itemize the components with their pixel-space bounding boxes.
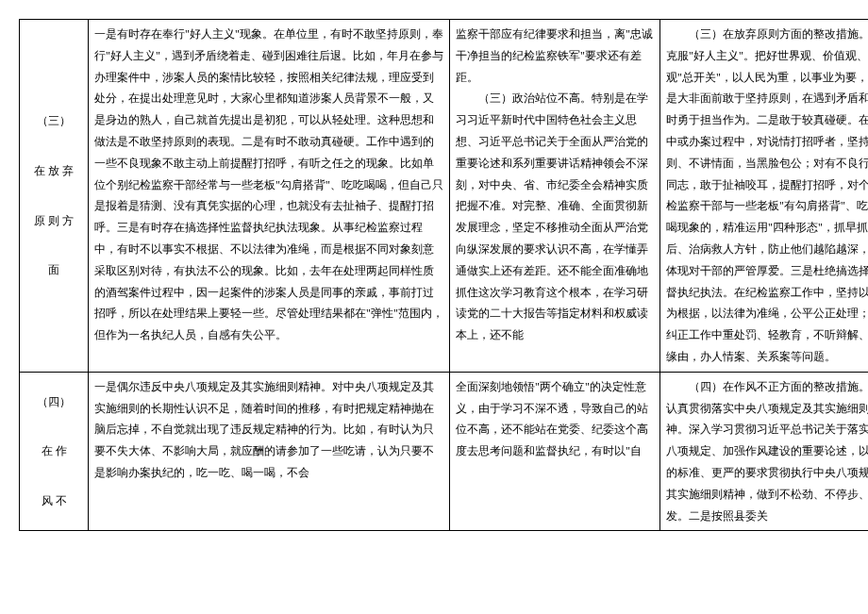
cell-content: 一是偶尔违反中央八项规定及其实施细则精神。对中央八项规定及其实施细则的长期性认识… (89, 372, 450, 531)
cell-content: （三）在放弃原则方面的整改措施。一是克服"好人主义"。把好世界观、价值观、人生观… (660, 20, 869, 373)
cell-content: 监察干部应有纪律要求和担当，离"忠诚干净担当的纪检监察铁军"要求还有差距。 （三… (450, 20, 660, 373)
document-table: （三） 在 放 弃 原 则 方 面 一是有时存在奉行"好人主义"现象。在单位里，… (19, 19, 868, 531)
cell-content: （四）在作风不正方面的整改措施。一是认真贯彻落实中央八项规定及其实施细则精神。深… (660, 372, 869, 531)
cell-content: 一是有时存在奉行"好人主义"现象。在单位里，有时不敢坚持原则，奉行"好人主义"，… (89, 20, 450, 373)
cell-content: 全面深刻地领悟"两个确立"的决定性意义，由于学习不深不透，导致自己的站位不高，还… (450, 372, 660, 531)
table-row: （四） 在 作 风 不 一是偶尔违反中央八项规定及其实施细则精神。对中央八项规定… (20, 372, 869, 531)
table-row: （三） 在 放 弃 原 则 方 面 一是有时存在奉行"好人主义"现象。在单位里，… (20, 20, 869, 373)
row-label: （三） 在 放 弃 原 则 方 面 (20, 20, 89, 373)
row-label: （四） 在 作 风 不 (20, 372, 89, 531)
